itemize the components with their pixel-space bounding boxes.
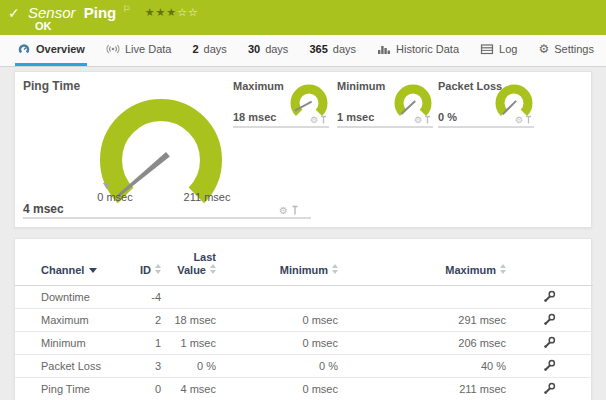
table-row: Maximum 2 18 msec 0 msec 291 msec <box>15 309 593 332</box>
tab-bar: Overview Live Data 2 days 30 days 365 da… <box>0 35 606 67</box>
tab-label: Log <box>499 43 517 55</box>
star-filled-icons[interactable]: ★★★ <box>145 6 178 18</box>
table-row: Packet Loss 3 0 % 0 % 40 % <box>15 355 593 378</box>
sort-icon <box>332 264 338 274</box>
channel-name: Downtime <box>15 286 125 309</box>
pin-icon[interactable] <box>320 115 327 125</box>
status-badge: OK <box>35 20 52 32</box>
mini-gauge-value: 1 msec <box>337 111 374 123</box>
tab-historic-data[interactable]: Historic Data <box>375 35 461 66</box>
status-check-icon: ✓ <box>8 5 20 21</box>
wrench-icon[interactable] <box>543 313 556 326</box>
tab-number: 2 <box>192 43 198 55</box>
channel-maximum: 211 msec <box>338 378 506 400</box>
wrench-icon[interactable] <box>543 290 556 303</box>
channel-maximum <box>338 286 506 309</box>
channel-name: Maximum <box>15 309 125 332</box>
sensor-status-header: ✓ Sensor Ping ⚐ ★★★☆☆ OK <box>0 0 606 35</box>
channel-last-value <box>161 286 216 309</box>
channel-minimum: 0 % <box>216 355 338 378</box>
pin-icon[interactable] <box>424 115 431 125</box>
table-row: Minimum 1 1 msec 0 msec 206 msec <box>15 332 593 355</box>
gauge-icon <box>17 42 31 56</box>
gauge-value-strip: 4 msec ⚙ <box>23 197 311 219</box>
channel-settings-gear-icon[interactable]: ⚙ <box>515 116 523 125</box>
pin-icon[interactable] <box>291 205 299 216</box>
channel-id: 1 <box>125 332 161 355</box>
tab-live-data[interactable]: Live Data <box>104 35 173 66</box>
channel-last-value: 0 % <box>161 355 216 378</box>
mini-gauge-minimum: Minimum 1 msec ⚙ <box>337 78 433 128</box>
tab-log[interactable]: Log <box>478 35 519 66</box>
log-list-icon <box>480 43 494 55</box>
channel-last-value: 18 msec <box>161 309 216 332</box>
table-row: Downtime -4 <box>15 286 593 309</box>
wrench-icon[interactable] <box>543 359 556 372</box>
channel-last-value: 1 msec <box>161 332 216 355</box>
mini-gauge-packet-loss: Packet Loss 0 % ⚙ <box>438 78 534 128</box>
mini-gauge-value: 18 msec <box>233 111 276 123</box>
pin-icon[interactable] <box>525 115 532 125</box>
channel-settings-gear-icon[interactable]: ⚙ <box>279 206 288 216</box>
channel-minimum: 0 msec <box>216 309 338 332</box>
table-header-row: Channel ID LastValue Minimum Maximum <box>15 239 593 286</box>
channel-maximum: 291 msec <box>338 309 506 332</box>
mini-gauge-label: Maximum <box>233 80 284 92</box>
channel-id: -4 <box>125 286 161 309</box>
channel-table-panel: Channel ID LastValue Minimum Maximum Dow… <box>14 238 592 400</box>
sort-icon <box>155 264 161 274</box>
sort-icon <box>210 264 216 274</box>
channel-settings-gear-icon[interactable]: ⚙ <box>310 116 318 125</box>
tab-label: days <box>333 43 356 55</box>
sort-desc-icon <box>89 268 97 273</box>
wrench-icon[interactable] <box>543 382 556 395</box>
channel-id: 2 <box>125 309 161 332</box>
channel-minimum <box>216 286 338 309</box>
tab-label: Overview <box>36 43 85 55</box>
flag-icon[interactable]: ⚐ <box>122 4 130 14</box>
tab-number: 365 <box>309 43 327 55</box>
tab-label: Settings <box>554 43 594 55</box>
column-header-tools <box>506 239 593 286</box>
channel-minimum: 0 msec <box>216 332 338 355</box>
sort-icon <box>500 264 506 274</box>
tab-number: 30 <box>248 43 260 55</box>
channel-minimum: 0 msec <box>216 378 338 400</box>
channel-maximum: 206 msec <box>338 332 506 355</box>
channel-name: Ping Time <box>15 378 125 400</box>
column-header-minimum[interactable]: Minimum <box>216 239 338 286</box>
column-header-channel[interactable]: Channel <box>15 239 125 286</box>
wrench-icon[interactable] <box>543 336 556 349</box>
column-header-id[interactable]: ID <box>125 239 161 286</box>
channel-id: 0 <box>125 378 161 400</box>
channel-name: Packet Loss <box>15 355 125 378</box>
channel-last-value: 4 msec <box>161 378 216 400</box>
channel-table: Channel ID LastValue Minimum Maximum Dow… <box>15 239 593 400</box>
channel-settings-gear-icon[interactable]: ⚙ <box>414 116 422 125</box>
gear-icon: ⚙ <box>538 43 549 55</box>
channel-id: 3 <box>125 355 161 378</box>
column-header-last-value[interactable]: LastValue <box>161 239 216 286</box>
priority-stars[interactable]: ★★★☆☆ <box>145 6 199 18</box>
channel-name: Minimum <box>15 332 125 355</box>
bar-chart-icon <box>377 43 391 55</box>
last-value: 4 msec <box>23 202 64 216</box>
tab-30-days[interactable]: 30 days <box>246 35 291 66</box>
column-header-maximum[interactable]: Maximum <box>338 239 506 286</box>
star-empty-icons[interactable]: ☆☆ <box>177 6 199 18</box>
gauge-panel: Ping Time 0 msec 211 msec 4 msec ⚙ Maxim… <box>14 71 592 228</box>
sensor-name[interactable]: Ping <box>84 4 117 21</box>
tab-overview[interactable]: Overview <box>15 35 87 66</box>
mini-gauge-value: 0 % <box>438 111 457 123</box>
tab-label: Live Data <box>125 43 171 55</box>
tab-365-days[interactable]: 365 days <box>307 35 358 66</box>
mini-gauge-label: Minimum <box>337 80 385 92</box>
mini-gauge-maximum: Maximum 18 msec ⚙ <box>233 78 329 128</box>
tab-label: days <box>265 43 288 55</box>
tab-label: days <box>204 43 227 55</box>
live-signal-icon <box>106 42 120 56</box>
sensor-kind-label: Sensor <box>28 4 76 21</box>
prtg-sensor-overview-page: ✓ Sensor Ping ⚐ ★★★☆☆ OK Overview Live D… <box>0 0 606 400</box>
tab-2-days[interactable]: 2 days <box>190 35 228 66</box>
tab-settings[interactable]: ⚙ Settings <box>536 35 596 66</box>
